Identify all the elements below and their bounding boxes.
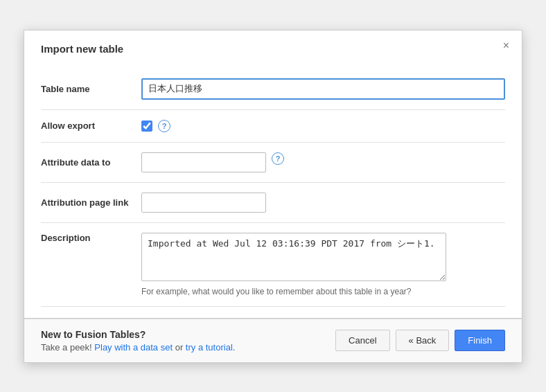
attribution-link-label: Attribution page link	[41, 197, 141, 208]
footer-info: New to Fusion Tables? Take a peek! Play …	[41, 329, 235, 353]
checkbox-area: ?	[141, 120, 170, 132]
cancel-button[interactable]: Cancel	[335, 330, 389, 351]
allow-export-checkbox[interactable]	[141, 121, 152, 132]
description-control: Imported at Wed Jul 12 03:16:39 PDT 2017…	[141, 233, 446, 296]
try-tutorial-link[interactable]: try a tutorial	[186, 342, 233, 353]
dialog-body: Table name Allow export ? Attribute data…	[24, 62, 522, 314]
dialog-footer: New to Fusion Tables? Take a peek! Play …	[24, 319, 522, 362]
allow-export-control: ?	[141, 120, 505, 132]
allow-export-help-icon[interactable]: ?	[158, 120, 170, 132]
attribute-data-help-icon[interactable]: ?	[272, 152, 284, 165]
footer-desc-prefix: Take a peek!	[41, 342, 94, 353]
table-name-label: Table name	[41, 84, 141, 94]
description-textarea[interactable]: Imported at Wed Jul 12 03:16:39 PDT 2017…	[141, 233, 446, 281]
back-button[interactable]: « Back	[396, 330, 450, 351]
description-label: Description	[41, 233, 141, 243]
play-with-data-link[interactable]: Play with a data set	[94, 342, 173, 353]
new-to-title: New to Fusion Tables?	[41, 329, 235, 340]
description-hint: For example, what would you like to reme…	[141, 287, 446, 296]
attribute-data-input[interactable]	[141, 152, 266, 172]
attribution-link-row: Attribution page link	[41, 183, 505, 223]
attribution-link-input[interactable]	[141, 193, 266, 213]
dialog-title: Import new table	[41, 43, 123, 55]
dialog-header: Import new table ×	[24, 30, 522, 62]
table-name-row: Table name	[41, 69, 505, 110]
attribute-data-row: Attribute data to ?	[41, 143, 505, 183]
footer-desc-suffix: .	[233, 342, 236, 353]
table-name-input[interactable]	[141, 78, 505, 100]
allow-export-label: Allow export	[41, 121, 141, 131]
close-button[interactable]: ×	[500, 39, 512, 53]
allow-export-row: Allow export ?	[41, 110, 505, 143]
attribute-data-label: Attribute data to	[41, 157, 141, 168]
finish-button[interactable]: Finish	[455, 330, 505, 351]
footer-desc-middle: or	[173, 342, 186, 353]
footer-desc: Take a peek! Play with a data set or try…	[41, 342, 235, 353]
footer-buttons: Cancel « Back Finish	[335, 330, 505, 351]
description-row: Description Imported at Wed Jul 12 03:16…	[41, 223, 505, 307]
import-dialog: Import new table × Table name Allow expo…	[24, 30, 522, 363]
table-name-control	[141, 78, 505, 100]
attribute-data-control: ?	[141, 152, 505, 172]
attribution-link-control	[141, 193, 505, 213]
